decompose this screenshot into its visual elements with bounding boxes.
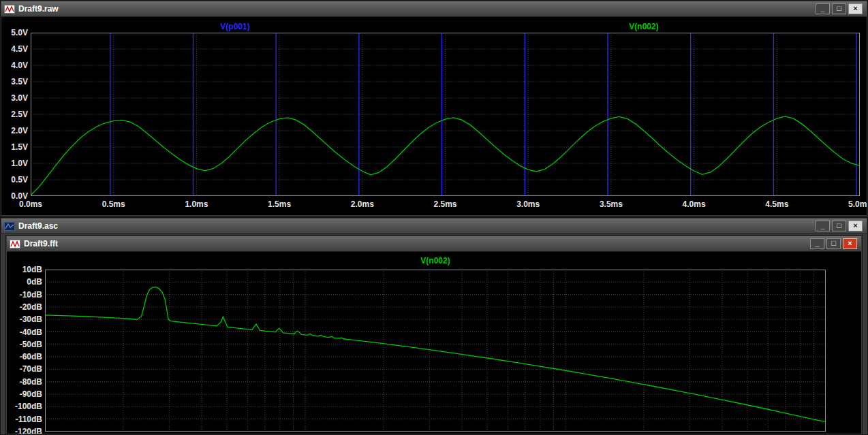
restore-button[interactable]: □ xyxy=(832,221,846,231)
fft-plot-svg[interactable] xyxy=(45,270,826,432)
axis-tick-label: 0.0ms xyxy=(10,199,51,209)
window-title: Draft9.asc xyxy=(18,221,58,231)
axis-tick-label: 10dB xyxy=(7,265,42,274)
axis-tick-label: -100dB xyxy=(7,402,42,411)
titlebar-draft9-raw[interactable]: Draft9.raw _ □ × xyxy=(1,1,867,17)
raw-plot-svg[interactable] xyxy=(31,33,860,196)
window-title: Draft9.fft xyxy=(24,239,58,248)
caption-buttons: _ □ × xyxy=(816,3,864,14)
axis-tick-label: 0.5ms xyxy=(93,199,134,209)
axis-tick-label: 5.0ms xyxy=(839,199,867,209)
axis-tick-label: -10dB xyxy=(7,290,42,300)
close-button[interactable]: × xyxy=(843,238,857,249)
axis-tick-label: 3.5V xyxy=(1,77,28,86)
axis-tick-label: -120dB xyxy=(7,427,42,434)
axis-tick-label: 5.0V xyxy=(1,28,28,37)
axis-tick-label: 3.5ms xyxy=(591,199,632,209)
axis-tick-label: 4.0V xyxy=(1,61,28,70)
window-draft9-fft: Draft9.fft _ □ × V(n002) 10dB0dB-10dB-20… xyxy=(5,235,863,435)
axis-tick-label: 0.5V xyxy=(1,175,28,184)
axis-tick-label: -90dB xyxy=(7,389,42,399)
axis-tick-label: 1.0V xyxy=(1,159,28,168)
window-draft9-raw: Draft9.raw _ □ × V(p001) V(n002) 5.0V4.5… xyxy=(0,0,868,216)
minimize-button[interactable]: _ xyxy=(816,3,830,14)
axis-tick-label: 1.5ms xyxy=(259,199,300,209)
caption-buttons: _ □ × xyxy=(816,221,864,231)
caption-buttons: _ □ × xyxy=(810,238,858,249)
axis-tick-label: -80dB xyxy=(7,377,42,387)
axis-tick-label: -40dB xyxy=(7,327,42,337)
minimize-button[interactable]: _ xyxy=(816,221,830,231)
axis-tick-label: 4.5V xyxy=(1,44,28,54)
schematic-icon xyxy=(4,222,15,231)
axis-tick-label: 3.0ms xyxy=(508,199,548,209)
axis-tick-label: 2.5ms xyxy=(425,199,466,209)
axis-tick-label: 2.0V xyxy=(1,126,28,135)
axis-tick-label: 4.5ms xyxy=(756,199,797,209)
close-button[interactable]: × xyxy=(848,3,863,14)
axis-tick-label: 0dB xyxy=(7,277,42,287)
waveform-icon xyxy=(4,5,15,14)
close-button[interactable]: × xyxy=(848,221,863,231)
maximize-button[interactable]: □ xyxy=(826,238,841,249)
minimize-button[interactable]: _ xyxy=(810,238,824,249)
axis-tick-label: 1.5V xyxy=(1,142,28,152)
axis-tick-label: -50dB xyxy=(7,340,42,349)
titlebar-draft9-asc[interactable]: Draft9.asc _ □ × xyxy=(1,219,867,234)
axis-tick-label: -60dB xyxy=(7,352,42,361)
window-title: Draft9.raw xyxy=(18,4,59,14)
axis-tick-label: -110dB xyxy=(7,415,42,424)
legend-trace-vp001[interactable]: V(p001) xyxy=(220,22,249,31)
axis-tick-label: 1.0ms xyxy=(176,199,217,209)
axis-tick-label: 4.0ms xyxy=(674,199,715,209)
axis-tick-label: -30dB xyxy=(7,315,42,324)
axis-tick-label: -20dB xyxy=(7,302,42,312)
axis-tick-label: 2.0ms xyxy=(342,199,383,209)
maximize-button[interactable]: □ xyxy=(832,3,846,14)
axis-tick-label: 2.5V xyxy=(1,110,28,119)
axis-tick-label: 3.0V xyxy=(1,93,28,103)
legend-trace-vn002-fft[interactable]: V(n002) xyxy=(420,256,450,265)
waveform-viewer-panel[interactable]: V(p001) V(n002) 5.0V4.5V4.0V3.5V3.0V2.5V… xyxy=(1,17,867,215)
titlebar-draft9-fft[interactable]: Draft9.fft _ □ × xyxy=(7,236,861,252)
legend-trace-vn002[interactable]: V(n002) xyxy=(629,22,658,31)
axis-tick-label: -70dB xyxy=(7,364,42,374)
waveform-icon xyxy=(10,240,20,248)
fft-viewer-panel[interactable]: V(n002) 10dB0dB-10dB-20dB-30dB-40dB-50dB… xyxy=(7,252,861,434)
